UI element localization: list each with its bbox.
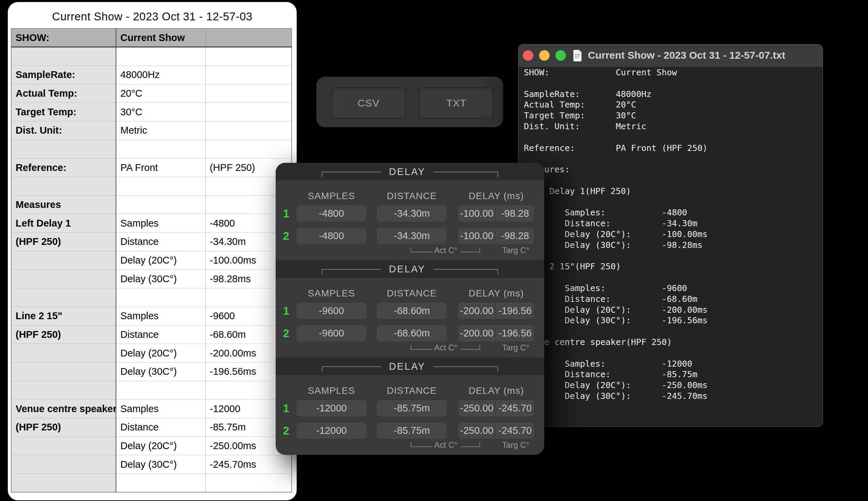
table-cell: [11, 177, 116, 196]
delay-ms-column-header: DELAY (ms): [458, 385, 534, 397]
table-row: Measures: [11, 195, 292, 214]
delay-module-header: DELAY: [276, 358, 544, 375]
document-icon: [573, 50, 582, 63]
bracket-line-left-icon: [322, 269, 381, 274]
table-row: SampleRate:48000Hz: [11, 65, 292, 84]
table-cell: [116, 288, 205, 307]
samples-value-field[interactable]: -4800: [297, 228, 366, 244]
table-cell: [11, 140, 116, 158]
table-cell: Delay (30C°): [116, 362, 205, 381]
window-title-bar[interactable]: Current Show - 2023 Oct 31 - 12-57-07.tx…: [518, 44, 823, 67]
channel-number-label: 1: [280, 400, 292, 416]
table-row: Venue centre speakerSamples-12000: [11, 399, 292, 418]
table-cell: Target Temp:: [11, 103, 116, 121]
delay-module-header: DELAY: [276, 163, 544, 180]
table-cell: Delay (30C°): [116, 270, 205, 288]
table-cell: [116, 474, 205, 492]
table-cell: Dist. Unit:: [11, 121, 116, 140]
txt-export-button[interactable]: TXT: [419, 87, 494, 119]
delay-target-value-field[interactable]: -196.56: [496, 325, 534, 341]
table-cell: (HPF 250): [11, 325, 116, 344]
delay-actual-value-field[interactable]: -250.00: [458, 400, 495, 416]
distance-column-header: DISTANCE: [377, 287, 446, 299]
distance-value-field[interactable]: -85.75m: [377, 423, 446, 439]
delay-target-value-field[interactable]: -245.70: [496, 423, 534, 439]
delay-target-value-field[interactable]: -245.70: [496, 400, 534, 416]
table-row: Delay (20C°)-200.00ms: [11, 344, 292, 363]
channel-number-label: 1: [280, 205, 292, 222]
distance-column-header: DISTANCE: [377, 190, 446, 202]
table-cell: [11, 47, 116, 66]
table-cell: [11, 362, 116, 381]
samples-value-field[interactable]: -9600: [297, 325, 366, 341]
distance-value-field[interactable]: -34.30m: [377, 228, 446, 244]
table-cell: Delay (20C°): [116, 344, 205, 363]
table-row: (HPF 250)Distance-85.75m: [11, 418, 292, 437]
samples-value-field[interactable]: -12000: [297, 400, 366, 416]
table-row: Actual Temp:20°C: [11, 84, 292, 103]
distance-value-field[interactable]: -68.60m: [377, 325, 446, 341]
delay-target-value-field[interactable]: -98.28: [496, 205, 534, 222]
close-button[interactable]: [523, 50, 533, 61]
table-cell: [116, 47, 205, 66]
table-cell: [205, 65, 292, 84]
delay-ms-column-header: DELAY (ms): [458, 190, 534, 202]
delay-module-title: DELAY: [389, 264, 425, 275]
header-cell-current-show: Current Show: [116, 29, 205, 47]
act-temp-label: Act C°: [432, 440, 460, 450]
channel-number-label: 2: [280, 228, 292, 244]
zoom-button[interactable]: [555, 50, 566, 61]
samples-value-field[interactable]: -9600: [297, 303, 366, 319]
table-cell: [205, 47, 292, 66]
delay-actual-value-field[interactable]: -100.00: [458, 205, 495, 222]
delay-actual-value-field[interactable]: -200.00: [458, 303, 495, 319]
bracket-line-left-icon: [322, 366, 381, 372]
csv-export-button[interactable]: CSV: [330, 87, 406, 119]
table-cell: [11, 455, 116, 474]
delay-module: DELAYSAMPLESDISTANCEDELAY (ms)1-4800-34.…: [276, 163, 544, 260]
delay-target-value-field[interactable]: -98.28: [496, 228, 534, 244]
table-cell: Delay (20C°): [116, 437, 205, 455]
spreadsheet-card: Current Show - 2023 Oct 31 - 12-57-03 SH…: [8, 2, 297, 500]
delay-target-value-field[interactable]: -196.56: [496, 303, 534, 319]
table-row: (HPF 250)Distance-34.30m: [11, 233, 292, 251]
table-row: Delay (30C°)-98.28ms: [11, 270, 292, 288]
table-cell: [11, 251, 116, 270]
samples-value-field[interactable]: -4800: [297, 205, 366, 222]
table-cell: [11, 344, 116, 363]
table-cell: 30°C: [116, 103, 205, 121]
page-background: { "colors": { "page_bg": "#000000", "acc…: [0, 0, 868, 501]
distance-value-field[interactable]: -34.30m: [377, 205, 446, 222]
channel-number-label: 2: [280, 423, 292, 439]
table-cell: [11, 381, 116, 399]
samples-value-field[interactable]: -12000: [297, 423, 366, 439]
spreadsheet-table: SHOW: Current Show SampleRate:48000HzAct…: [11, 28, 292, 492]
table-cell: [116, 195, 205, 214]
table-cell: [11, 270, 116, 288]
bracket-line-right-icon: [434, 269, 498, 274]
window-title: Current Show - 2023 Oct 31 - 12-57-07.tx…: [588, 44, 785, 67]
minimize-button[interactable]: [539, 50, 550, 61]
table-cell: [205, 140, 292, 158]
samples-column-header: SAMPLES: [297, 190, 366, 202]
delay-module: DELAYSAMPLESDISTANCEDELAY (ms)1-9600-68.…: [276, 260, 544, 358]
table-row: [11, 381, 292, 399]
table-cell: [11, 437, 116, 455]
delay-actual-value-field[interactable]: -100.00: [458, 228, 495, 244]
table-cell: Venue centre speaker: [11, 399, 116, 418]
channel-number-label: 2: [280, 325, 292, 341]
spreadsheet-title: Current Show - 2023 Oct 31 - 12-57-03: [8, 10, 297, 23]
table-cell: -245.70ms: [205, 455, 292, 474]
table-cell: [205, 474, 292, 492]
table-row: (HPF 250)Distance-68.60m: [11, 325, 292, 344]
delay-actual-value-field[interactable]: -250.00: [458, 423, 495, 439]
table-row: [11, 47, 292, 66]
table-cell: PA Front: [116, 158, 205, 177]
table-cell: Distance: [116, 233, 205, 251]
distance-value-field[interactable]: -68.60m: [377, 303, 446, 319]
text-file-content: SHOW: Current Show SampleRate: 48000Hz A…: [518, 67, 823, 402]
table-cell: [11, 474, 116, 492]
delay-actual-value-field[interactable]: -200.00: [458, 325, 495, 341]
delay-module-title: DELAY: [389, 361, 425, 372]
distance-value-field[interactable]: -85.75m: [377, 400, 446, 416]
